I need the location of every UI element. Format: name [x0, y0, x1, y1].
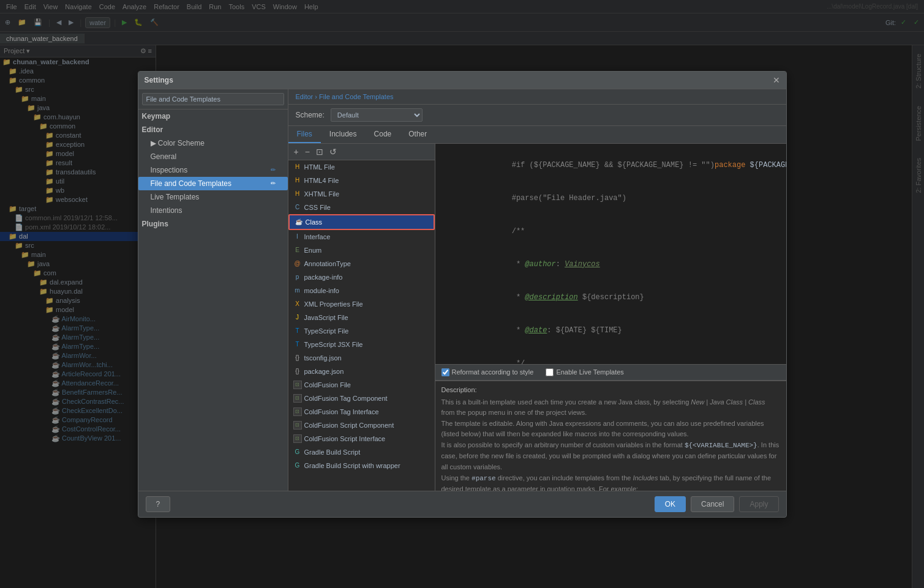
breadcrumb-current: File and Code Templates [319, 93, 393, 100]
template-item-css[interactable]: C CSS File [288, 201, 435, 214]
template-item-tsconfig[interactable]: {} tsconfig.json [288, 351, 435, 365]
template-item-gradle-wrapper[interactable]: G Gradle Build Script with wrapper [288, 459, 435, 472]
settings-dialog: Settings ✕ Keymap Editor ▶ Color Scheme … [138, 71, 787, 518]
nav-editor[interactable]: Editor [138, 123, 288, 136]
template-list-toolbar: + − ⊡ ↺ [288, 144, 435, 160]
scheme-select[interactable]: Default Project [331, 108, 423, 122]
add-template-btn[interactable]: + [292, 146, 301, 157]
template-item-js[interactable]: J JavaScript File [288, 311, 435, 324]
cf-script-component-icon: ⊡ [293, 421, 302, 430]
ts-icon: T [293, 327, 302, 335]
template-item-xml[interactable]: X XML Properties File [288, 297, 435, 311]
dialog-close-button[interactable]: ✕ [773, 75, 780, 85]
template-item-cf[interactable]: ⊡ ColdFusion File [288, 378, 435, 392]
cf-icon: ⊡ [293, 381, 302, 389]
breadcrumb: Editor › File and Code Templates [288, 89, 786, 105]
options-row: Reformat according to style Enable Live … [435, 364, 786, 381]
template-item-cf-tag-interface[interactable]: ⊡ ColdFusion Tag Interface [288, 405, 435, 419]
nav-keymap[interactable]: Keymap [138, 110, 288, 123]
template-item-cf-tag-component[interactable]: ⊡ ColdFusion Tag Component [288, 392, 435, 405]
reset-template-btn[interactable]: ↺ [328, 146, 339, 157]
template-item-xhtml[interactable]: H XHTML File [288, 187, 435, 201]
tab-code[interactable]: Code [366, 126, 400, 143]
html-icon: H [293, 163, 302, 171]
live-templates-checkbox[interactable] [546, 368, 554, 376]
pkg-json-icon: {} [293, 367, 302, 376]
js-icon: J [293, 313, 302, 322]
settings-content: Editor › File and Code Templates Scheme:… [288, 89, 786, 491]
template-item-module-info[interactable]: m module-info [288, 284, 435, 297]
java-enum-icon: E [293, 246, 302, 255]
template-area: + − ⊡ ↺ H HTML File H H [288, 144, 786, 491]
tab-other[interactable]: Other [400, 126, 435, 143]
template-item-cf-script-interface[interactable]: ⊡ ColdFusion Script Interface [288, 432, 435, 445]
template-item-class[interactable]: ☕ Class [288, 214, 435, 230]
copy-template-btn[interactable]: ⊡ [314, 146, 325, 157]
nav-inspections[interactable]: Inspections ✏ [138, 163, 288, 177]
code-line-7: */ [441, 347, 780, 364]
tab-includes[interactable]: Includes [321, 126, 366, 143]
template-item-html[interactable]: H HTML File [288, 160, 435, 174]
description-panel: Description: This is a built-in template… [435, 381, 786, 491]
help-button[interactable]: ? [146, 496, 171, 512]
scheme-label: Scheme: [296, 111, 325, 119]
cf-tag-interface-icon: ⊡ [293, 408, 302, 416]
live-templates-label: Enable Live Templates [556, 368, 623, 376]
reformat-checkbox[interactable] [441, 368, 449, 376]
nav-intentions[interactable]: Intentions [138, 204, 288, 217]
nav-color-scheme[interactable]: ▶ Color Scheme [138, 136, 288, 150]
template-item-annotation[interactable]: @ AnnotationType [288, 257, 435, 270]
template-item-cf-script-component[interactable]: ⊡ ColdFusion Script Component [288, 419, 435, 432]
template-item-gradle[interactable]: G Gradle Build Script [288, 445, 435, 459]
editor-panel: #if (${PACKAGE_NAME} && ${PACKAGE_NAME} … [435, 144, 786, 491]
xml-icon: X [293, 300, 302, 308]
xhtml-icon: H [293, 190, 302, 198]
java-class-icon: ☕ [295, 218, 303, 226]
dialog-titlebar: Settings ✕ [138, 72, 786, 89]
annotation-icon: @ [293, 259, 302, 268]
template-item-tsx[interactable]: T TypeScript JSX File [288, 338, 435, 351]
breadcrumb-parent: Editor [296, 93, 314, 100]
dialog-title: Settings [145, 76, 173, 84]
template-item-ts[interactable]: T TypeScript File [288, 324, 435, 338]
remove-template-btn[interactable]: − [303, 146, 312, 157]
code-line-6: * @date: ${DATE} ${TIME} [441, 314, 780, 347]
gradle-wrapper-icon: G [293, 461, 302, 470]
json-icon: {} [293, 354, 302, 362]
dialog-body: Keymap Editor ▶ Color Scheme General Ins… [138, 89, 786, 491]
template-list-panel: + − ⊡ ↺ H HTML File H H [288, 144, 435, 491]
nav-plugins[interactable]: Plugins [138, 217, 288, 231]
code-line-4: * @author: Vainycos [441, 248, 780, 281]
template-item-interface[interactable]: I Interface [288, 230, 435, 244]
template-list: H HTML File H HTML4 File H XHTML File [288, 160, 435, 491]
cf-script-interface-icon: ⊡ [293, 434, 302, 443]
description-text: This is a built-in template used each ti… [441, 397, 780, 491]
template-item-enum[interactable]: E Enum [288, 244, 435, 257]
nav-general[interactable]: General [138, 150, 288, 163]
reformat-checkbox-label[interactable]: Reformat according to style [441, 368, 534, 376]
scheme-row: Scheme: Default Project [288, 105, 786, 126]
settings-search-input[interactable] [142, 93, 284, 105]
template-item-html4[interactable]: H HTML4 File [288, 174, 435, 187]
java-interface-icon: I [293, 233, 302, 241]
nav-live-templates[interactable]: Live Templates [138, 190, 288, 204]
tab-files[interactable]: Files [288, 126, 321, 143]
html4-icon: H [293, 176, 302, 185]
nav-file-code-templates[interactable]: File and Code Templates ✏ [138, 177, 288, 190]
pkg-icon: p [293, 273, 302, 281]
template-item-package-info[interactable]: p package-info [288, 270, 435, 284]
cancel-button[interactable]: Cancel [691, 496, 734, 512]
ok-button[interactable]: OK [655, 496, 686, 512]
code-line-1: #if (${PACKAGE_NAME} && ${PACKAGE_NAME} … [441, 149, 780, 182]
css-icon: C [293, 203, 302, 212]
code-line-5: * @description ${description} [441, 281, 780, 314]
gradle-icon: G [293, 448, 302, 456]
code-editor[interactable]: #if (${PACKAGE_NAME} && ${PACKAGE_NAME} … [435, 144, 786, 364]
tsx-icon: T [293, 340, 302, 349]
apply-button[interactable]: Apply [739, 496, 778, 512]
settings-nav: Keymap Editor ▶ Color Scheme General Ins… [138, 89, 288, 491]
template-item-pkg-json[interactable]: {} package.json [288, 365, 435, 378]
code-line-2: #parse("File Header.java") [441, 182, 780, 215]
cf-tag-component-icon: ⊡ [293, 394, 302, 403]
live-templates-checkbox-label[interactable]: Enable Live Templates [546, 368, 623, 376]
